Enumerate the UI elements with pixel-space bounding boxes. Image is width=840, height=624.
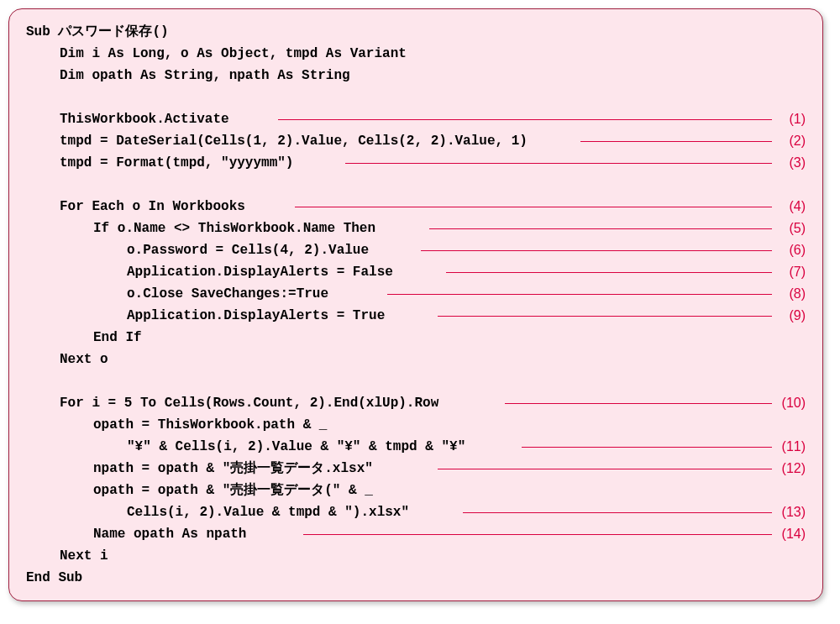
- code-line: If o.Name <> ThisWorkbook.Name Then(5): [26, 218, 806, 239]
- code-line: Name opath As npath(14): [26, 523, 806, 545]
- annotation-leader: [278, 119, 772, 120]
- annotation-number: (2): [784, 130, 806, 152]
- code-line: Cells(i, 2).Value & tmpd & ").xlsx"(13): [26, 501, 806, 523]
- code-text: Next o: [26, 352, 113, 367]
- annotation-leader: [421, 250, 772, 251]
- code-text: If o.Name <> ThisWorkbook.Name Then: [26, 221, 381, 236]
- code-line: opath = ThisWorkbook.path & _: [26, 414, 806, 436]
- annotation-number: (9): [784, 305, 806, 327]
- annotation-number: (3): [784, 152, 806, 174]
- code-text: Sub パスワード保存(): [26, 24, 174, 39]
- code-line: Dim opath As String, npath As String: [26, 65, 806, 87]
- code-line: For i = 5 To Cells(Rows.Count, 2).End(xl…: [26, 392, 806, 414]
- code-text: [26, 374, 65, 389]
- annotation-leader: [345, 163, 772, 164]
- code-text: ThisWorkbook.Activate: [26, 112, 234, 127]
- code-panel: Sub パスワード保存()Dim i As Long, o As Object,…: [8, 8, 823, 601]
- annotation-number: (8): [784, 283, 806, 305]
- annotation-leader: [295, 207, 772, 207]
- code-line: tmpd = Format(tmpd, "yyyymm")(3): [26, 152, 806, 174]
- code-text: Application.DisplayAlerts = True: [26, 308, 390, 323]
- code-line: "¥" & Cells(i, 2).Value & "¥" & tmpd & "…: [26, 436, 806, 458]
- code-text: Dim opath As String, npath As String: [26, 68, 355, 83]
- code-line: o.Password = Cells(4, 2).Value(6): [26, 239, 806, 261]
- code-line: [26, 370, 806, 392]
- code-text: End Sub: [26, 570, 87, 585]
- annotation-leader: [505, 403, 772, 404]
- code-line: Next i: [26, 545, 806, 567]
- annotation-leader: [446, 272, 772, 273]
- code-line: Application.DisplayAlerts = False(7): [26, 261, 806, 283]
- code-text: opath = opath & "売掛一覧データ(" & _: [26, 483, 378, 498]
- annotation-number: (13): [777, 501, 806, 523]
- code-line: [26, 87, 806, 108]
- annotation-number: (14): [777, 523, 806, 545]
- code-text: o.Close SaveChanges:=True: [26, 286, 333, 302]
- code-line: Sub パスワード保存(): [26, 21, 806, 43]
- code-line: o.Close SaveChanges:=True(8): [26, 283, 806, 305]
- annotation-number: (6): [784, 239, 806, 261]
- annotation-number: (11): [777, 436, 806, 458]
- code-line: Next o: [26, 349, 806, 370]
- code-line: End If: [26, 327, 806, 349]
- code-text: tmpd = DateSerial(Cells(1, 2).Value, Cel…: [26, 134, 533, 149]
- code-line: npath = opath & "売掛一覧データ.xlsx"(12): [26, 458, 806, 480]
- annotation-leader: [580, 141, 772, 142]
- annotation-leader: [438, 469, 772, 469]
- code-text: o.Password = Cells(4, 2).Value: [26, 243, 374, 258]
- annotation-leader: [522, 447, 772, 448]
- annotation-number: (1): [784, 108, 806, 130]
- code-text: Application.DisplayAlerts = False: [26, 265, 398, 280]
- code-line: Application.DisplayAlerts = True(9): [26, 305, 806, 327]
- annotation-number: (12): [777, 458, 806, 480]
- code-line: ThisWorkbook.Activate(1): [26, 108, 806, 130]
- annotation-number: (10): [777, 392, 806, 414]
- code-text: opath = ThisWorkbook.path & _: [26, 417, 332, 433]
- code-text: tmpd = Format(tmpd, "yyyymm"): [26, 155, 298, 170]
- annotation-leader: [463, 512, 772, 513]
- code-text: [26, 90, 65, 105]
- annotation-number: (4): [784, 196, 806, 218]
- code-text: npath = opath & "売掛一覧データ.xlsx": [26, 461, 378, 476]
- code-text: End If: [26, 330, 147, 345]
- code-text: "¥" & Cells(i, 2).Value & "¥" & tmpd & "…: [26, 439, 470, 454]
- code-text: Name opath As npath: [26, 527, 251, 542]
- code-line: Dim i As Long, o As Object, tmpd As Vari…: [26, 43, 806, 65]
- code-line: opath = opath & "売掛一覧データ(" & _: [26, 480, 806, 501]
- code-text: Dim i As Long, o As Object, tmpd As Vari…: [26, 46, 412, 61]
- code-text: Cells(i, 2).Value & tmpd & ").xlsx": [26, 505, 414, 520]
- annotation-leader: [387, 294, 772, 295]
- code-text: [26, 177, 65, 192]
- code-text: Next i: [26, 548, 113, 564]
- code-text: For Each o In Workbooks: [26, 199, 250, 214]
- annotation-leader: [429, 228, 772, 229]
- code-text: For i = 5 To Cells(Rows.Count, 2).End(xl…: [26, 396, 444, 411]
- code-line: [26, 174, 806, 196]
- annotation-leader: [303, 534, 772, 535]
- annotation-number: (5): [784, 218, 806, 239]
- code-line: End Sub: [26, 567, 806, 589]
- code-line: For Each o In Workbooks(4): [26, 196, 806, 218]
- annotation-leader: [438, 316, 772, 317]
- code-line: tmpd = DateSerial(Cells(1, 2).Value, Cel…: [26, 130, 806, 152]
- annotation-number: (7): [784, 261, 806, 283]
